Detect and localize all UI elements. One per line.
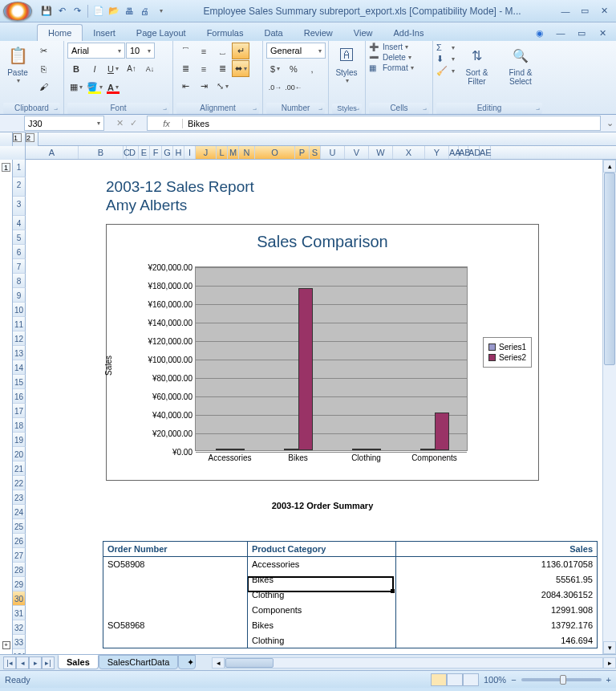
row-header-1[interactable]: 1: [13, 160, 26, 177]
align-left-icon[interactable]: ≣: [176, 60, 194, 77]
tab-addins[interactable]: Add-Ins: [383, 25, 434, 41]
row-header-17[interactable]: 17: [13, 404, 26, 418]
paste-button[interactable]: 📋 Paste ▾: [3, 43, 32, 86]
page-break-view-button[interactable]: [463, 673, 479, 686]
increase-font-icon[interactable]: A↑: [123, 60, 140, 77]
row-header-3[interactable]: 3: [13, 197, 26, 216]
fill-color-button[interactable]: 🪣▾: [86, 79, 103, 96]
autosum-button[interactable]: Σ▾: [436, 43, 455, 52]
row-header-25[interactable]: 25: [13, 519, 26, 534]
row-header-7[interactable]: 7: [13, 259, 26, 274]
row-header-15[interactable]: 15: [13, 375, 26, 389]
increase-decimal-icon[interactable]: .0→: [266, 79, 284, 96]
sort-filter-button[interactable]: ⇅ Sort & Filter: [457, 43, 496, 87]
zoom-level[interactable]: 100%: [484, 675, 506, 685]
zoom-in-button[interactable]: +: [606, 675, 611, 685]
column-header-G[interactable]: G: [162, 146, 173, 159]
align-top-icon[interactable]: ⎴: [176, 43, 194, 59]
insert-button[interactable]: ➕Insert▾: [369, 43, 414, 51]
row-header-21[interactable]: 21: [13, 461, 26, 476]
scroll-right-icon[interactable]: ▸: [603, 657, 616, 669]
row-header-5[interactable]: 5: [13, 230, 26, 245]
clear-button[interactable]: 🧹▾: [436, 66, 455, 76]
workbook-restore-button[interactable]: ▭: [573, 26, 590, 39]
column-header-J[interactable]: J: [196, 146, 217, 159]
sheet-tab-sales[interactable]: Sales: [58, 655, 99, 669]
column-header-F[interactable]: F: [150, 146, 162, 159]
sheet-nav-last-icon[interactable]: ▸|: [42, 656, 55, 669]
vertical-scroll-thumb[interactable]: [604, 173, 615, 365]
zoom-slider[interactable]: [521, 678, 602, 681]
font-family-combo[interactable]: Arial▾: [67, 43, 125, 59]
tab-formulas[interactable]: Formulas: [197, 25, 254, 41]
column-header-W[interactable]: W: [369, 146, 393, 159]
row-header-101[interactable]: 101: [13, 649, 26, 654]
wrap-text-button[interactable]: ↵: [232, 43, 249, 59]
underline-button[interactable]: U▾: [104, 60, 122, 77]
column-header-N[interactable]: N: [239, 146, 255, 159]
column-header-O[interactable]: O: [255, 146, 295, 159]
column-header-L[interactable]: L: [217, 146, 228, 159]
align-right-icon[interactable]: ≣: [213, 60, 231, 77]
increase-indent-icon[interactable]: ⇥: [195, 78, 213, 95]
row-header-32[interactable]: 32: [13, 620, 26, 635]
scroll-down-icon[interactable]: ▾: [603, 641, 616, 654]
row-header-4[interactable]: 4: [13, 216, 26, 230]
formula-input[interactable]: fxBikes: [147, 116, 601, 131]
font-color-button[interactable]: A▾: [104, 79, 122, 96]
open-icon[interactable]: 📂: [107, 5, 120, 18]
row-header-28[interactable]: 28: [13, 563, 26, 577]
qat-customize-icon[interactable]: ▾: [155, 5, 168, 18]
save-icon[interactable]: 💾: [40, 5, 53, 18]
horizontal-scrollbar[interactable]: ◂ ▸: [212, 656, 616, 669]
row-outline-level-1[interactable]: 1: [0, 160, 13, 176]
row-header-24[interactable]: 24: [13, 505, 26, 519]
merge-center-button[interactable]: ⬌▾: [232, 60, 249, 77]
scroll-left-icon[interactable]: ◂: [212, 657, 225, 669]
column-header-Y[interactable]: Y: [425, 146, 449, 159]
zoom-out-button[interactable]: −: [511, 675, 516, 685]
format-button[interactable]: ▦Format▾: [369, 63, 414, 72]
orientation-icon[interactable]: ⤡▾: [213, 78, 231, 95]
cells-area[interactable]: 2003-12 Sales Report Amy Alberts Sales C…: [26, 160, 616, 654]
fill-button[interactable]: ⬇▾: [436, 54, 455, 64]
row-header-23[interactable]: 23: [13, 490, 26, 505]
help-icon[interactable]: ◉: [531, 26, 549, 39]
minimize-button[interactable]: —: [557, 5, 574, 18]
vertical-scrollbar[interactable]: ▴ ▾: [602, 160, 616, 654]
column-outline-level-2[interactable]: 2: [26, 132, 38, 146]
column-outline-level-1[interactable]: 1: [13, 132, 26, 146]
new-sheet-button[interactable]: ✦: [178, 655, 196, 669]
column-header-AA[interactable]: AA: [449, 146, 459, 159]
row-header-13[interactable]: 13: [13, 346, 26, 360]
cell-styles-button[interactable]: 🄰 Styles ▾: [332, 43, 361, 86]
column-header-A[interactable]: A: [26, 146, 79, 159]
column-header-H[interactable]: H: [173, 146, 184, 159]
column-header-S[interactable]: S: [310, 146, 321, 159]
new-icon[interactable]: 📄: [92, 5, 105, 18]
expand-formula-bar-icon[interactable]: ⌄: [603, 118, 616, 128]
restore-button[interactable]: ▭: [576, 5, 594, 18]
select-all-corner[interactable]: [0, 146, 26, 160]
column-header-V[interactable]: V: [345, 146, 369, 159]
tab-view[interactable]: View: [343, 25, 383, 41]
column-header-P[interactable]: P: [295, 146, 310, 159]
delete-button[interactable]: ➖Delete▾: [369, 53, 414, 62]
row-header-8[interactable]: 8: [13, 274, 26, 288]
percent-icon[interactable]: %: [285, 60, 302, 77]
number-format-combo[interactable]: General▾: [266, 43, 326, 59]
italic-button[interactable]: I: [86, 60, 103, 77]
zoom-slider-thumb[interactable]: [560, 675, 566, 685]
sheet-nav-first-icon[interactable]: |◂: [3, 656, 16, 669]
scroll-up-icon[interactable]: ▴: [603, 160, 616, 173]
name-box[interactable]: J30▾: [24, 116, 104, 131]
row-header-30[interactable]: 30: [13, 591, 26, 606]
font-size-combo[interactable]: 10▾: [126, 43, 155, 59]
horizontal-scroll-thumb[interactable]: [225, 658, 274, 668]
row-header-12[interactable]: 12: [13, 331, 26, 346]
tab-page-layout[interactable]: Page Layout: [126, 25, 197, 41]
print-icon[interactable]: 🖶: [123, 5, 136, 18]
comma-icon[interactable]: ,: [303, 60, 321, 77]
tab-review[interactable]: Review: [294, 25, 343, 41]
workbook-close-button[interactable]: ✕: [594, 26, 611, 39]
